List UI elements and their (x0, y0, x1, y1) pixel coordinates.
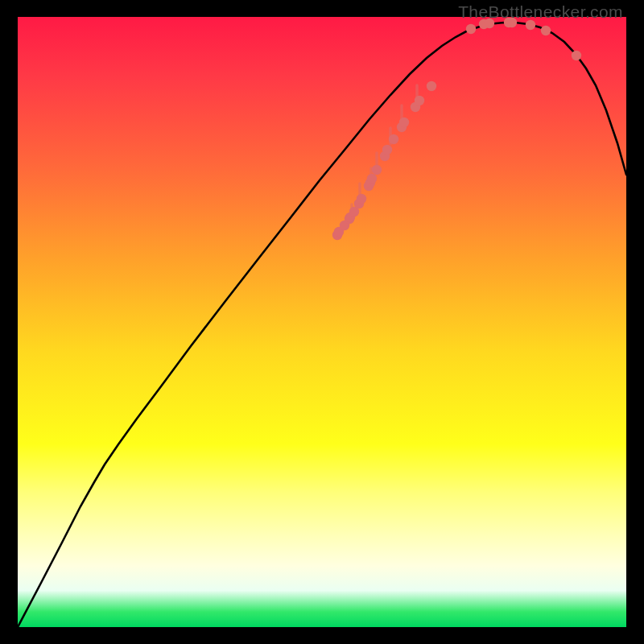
data-point (382, 145, 392, 155)
data-point (466, 24, 476, 34)
data-point (572, 51, 581, 60)
data-point (389, 134, 398, 144)
data-point (372, 165, 382, 175)
data-point (541, 26, 551, 35)
data-point (485, 19, 494, 28)
data-point (367, 174, 377, 184)
data-point (507, 18, 517, 27)
data-point (357, 194, 366, 204)
data-point (399, 118, 409, 127)
bottleneck-curve (18, 23, 626, 627)
data-points (332, 18, 581, 240)
data-point (427, 81, 436, 91)
data-point (526, 20, 535, 30)
chart-svg (18, 17, 626, 627)
data-point (415, 96, 424, 105)
